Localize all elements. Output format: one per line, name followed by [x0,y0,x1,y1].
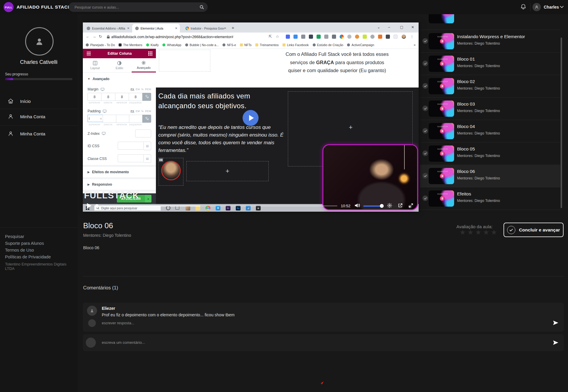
bookmark-item: Planejado - To Do [86,43,115,47]
progress-bar [5,78,72,80]
divider [0,227,78,228]
playlist-item-2[interactable]: ELEMENTOR Bloco 01 Mentores: Diego Tolen… [420,52,560,75]
video-player[interactable]: Essential Addons ‹ Afiliado Full St ✕ El… [83,22,419,212]
site-favicon [135,27,139,30]
classcss-input [118,154,144,162]
column-handle-icon [158,158,163,162]
scrubber-handle[interactable] [95,204,99,208]
footer-link-pesquisar[interactable]: Pesquisar [5,234,24,239]
extension-icon [317,35,321,39]
sidebar-item-inicio[interactable]: Início [0,93,78,109]
comment-avatar [87,306,97,316]
copy-icon: ▤ [144,154,151,163]
empty-column-placeholder [159,50,210,72]
person-icon [34,36,45,47]
search-input[interactable] [74,2,193,12]
padding-bottom-input [116,115,129,123]
playlist-item-3[interactable]: ELEMENTOR Bloco 02 Mentores: Diego Tolen… [420,75,560,98]
footer-link-suporte[interactable]: Suporte para Alunos [5,241,44,246]
panel-body: ▼Avançado Margin PXEM%REM 8 8 8 8 SUP [83,73,156,193]
bookmark-item: NFTs [240,43,252,47]
tab-layout: Layout [83,58,107,72]
settings-gear-icon[interactable] [387,203,392,208]
user-name[interactable]: Charles [544,5,559,9]
completed-check-icon [422,150,428,156]
monitor-icon [103,110,106,113]
search-bar[interactable] [69,2,208,12]
playlist-item-1[interactable]: ELEMENTOR Instalando Worpress e Elemento… [420,30,560,53]
reply-input[interactable]: escrever resposta... [102,321,134,325]
playlist-scrollbar[interactable] [561,38,562,208]
panel-tabs: Layout Estilo Avançado [83,58,156,73]
elementor-logo-icon [440,106,445,111]
section-efeitos: ▶Efeitos de movimento [83,165,156,177]
playlist-item-7-active[interactable]: ELEMENTOR Bloco 06 Mentores: Diego Tolen… [420,165,560,187]
user-avatar[interactable] [532,3,541,11]
bell-icon[interactable] [520,4,527,10]
extension-icon [324,35,328,39]
lesson-thumbnail: ELEMENTOR [429,145,454,162]
canvas-paragraph: Com o Afiliado Full Stack você terá todo… [283,50,391,75]
playlist-item-8[interactable]: ELEMENTOR Efeitos Mentores: Diego Tolent… [420,187,560,210]
close-tab-icon: ✕ [224,27,226,30]
search-icon[interactable] [199,5,204,9]
fullscreen-icon[interactable] [408,203,414,208]
element-logo-icon [440,196,445,201]
play-icon[interactable] [87,203,91,208]
link-values-button [142,115,151,123]
forward-icon: → [92,34,96,39]
sidebar-item-minha-conta[interactable]: Minha Conta [0,109,78,124]
comment-text: Prof eu fiz o depoimento com o elemento … [102,312,235,317]
time-display: 10:52 [341,204,351,208]
progress-track[interactable] [101,205,337,206]
footer-link-termos[interactable]: Termos de Uso [5,248,34,252]
send-comment-icon[interactable] [553,340,559,346]
minimize-icon: – [388,25,390,29]
completed-check-icon [422,61,428,66]
elementor-logo-icon [440,151,445,156]
playlist-item-4[interactable]: ELEMENTOR Bloco 03 Mentores: Diego Tolen… [420,97,560,120]
footer-link-politicas[interactable]: Políticas de Privacidade [5,255,51,259]
bookmark-item: Bubble | No-code a... [185,43,219,47]
profile-avatar[interactable] [25,27,54,56]
complete-advance-button[interactable]: Concluir e avançar [504,223,564,237]
extension-icon [332,35,336,39]
volume-slider[interactable] [363,205,382,207]
link-values-button [142,93,151,101]
playlist-item-6[interactable]: ELEMENTOR Bloco 05 Mentores: Diego Tolen… [420,142,560,165]
padding-control: Padding PXEM%REM I▲▼ SUPERIORDIREITAINFE… [83,106,156,126]
bookmark-item: Treinamentos [255,43,279,47]
send-reply-icon[interactable] [553,320,559,326]
sidebar-item-label: Início [20,99,31,104]
star-icon: ★ [459,228,467,236]
playlist-item-5[interactable]: ELEMENTOR Bloco 04 Mentores: Diego Tolen… [420,120,560,142]
margin-right-input: 8 [101,93,115,101]
new-comment-input[interactable]: escreva um comentário... [102,340,145,345]
more-bookmarks-icon: » [414,43,416,47]
section-responsivo: ▶Responsivo [83,177,156,190]
topbar: FULL AFILIADO FULL STACK Charles [0,0,568,14]
elementor-logo-icon [440,39,445,44]
rating-stars[interactable]: ★★★★★ [459,228,499,237]
person-icon [90,308,94,313]
brand-logo[interactable]: FULL [4,2,14,12]
gear-icon [141,61,146,65]
section-avancado: ▼Avançado [83,73,156,84]
volume-icon[interactable] [354,203,360,208]
rope-decor [404,145,405,169]
browser-urlbar: ← → ↻ afiliadofullstack.com.br/wp-admin/… [83,33,419,41]
lesson-thumbnail: ELEMENTOR [429,168,454,184]
caret-down-icon: ▼ [88,77,90,80]
check-circle-icon [507,226,515,234]
topbar-divider [530,3,530,11]
chevron-down-icon[interactable] [560,6,564,9]
metamask-icon [378,35,382,39]
browser-tab-3: G tradutor - Pesquisa Google ✕ [183,24,229,33]
browser-tab-1: Essential Addons ‹ Afiliado Full St ✕ [84,24,132,33]
volume-handle[interactable] [380,204,384,208]
add-widget-icon: + [226,167,230,175]
sidebar-item-minha-conta-2[interactable]: Minha Conta [0,126,78,141]
elementor-logo-icon [440,84,445,89]
apps-grid-icon [148,51,152,56]
popout-icon[interactable] [398,203,403,208]
